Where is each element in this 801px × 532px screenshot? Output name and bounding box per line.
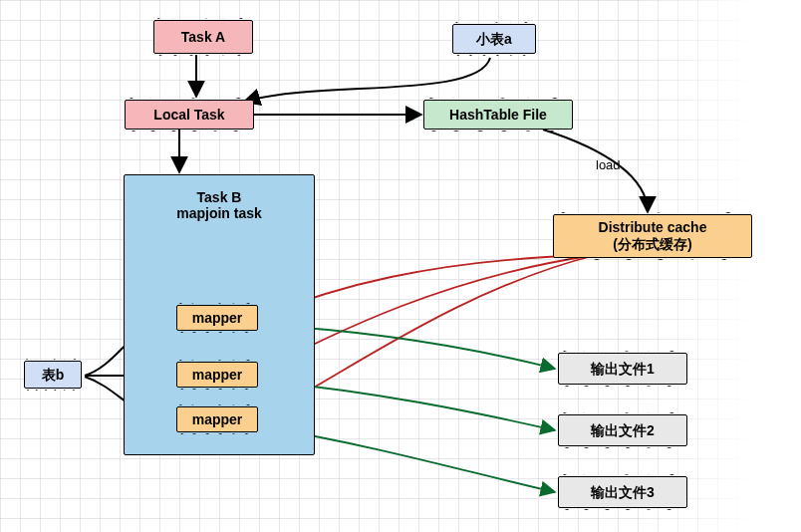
node-small-table-a: 小表a xyxy=(452,24,536,54)
node-output-2: 输出文件2 xyxy=(558,414,687,446)
node-mapper-3: mapper xyxy=(176,406,258,432)
node-task-a: Task A xyxy=(153,20,253,54)
diagram-edges xyxy=(0,0,801,532)
edge-label-load: load xyxy=(596,157,621,172)
task-b-title: Task B mapjoin task xyxy=(125,189,314,221)
node-mapper-1: mapper xyxy=(176,305,258,331)
node-output-1: 输出文件1 xyxy=(558,353,687,385)
node-mapper-2: mapper xyxy=(176,362,258,388)
node-local-task: Local Task xyxy=(125,100,254,130)
node-hashtable-file: HashTable File xyxy=(423,100,573,130)
node-output-3: 输出文件3 xyxy=(558,476,687,508)
node-distribute-cache: Distribute cache (分布式缓存) xyxy=(553,214,752,258)
node-table-b: 表b xyxy=(24,361,82,389)
